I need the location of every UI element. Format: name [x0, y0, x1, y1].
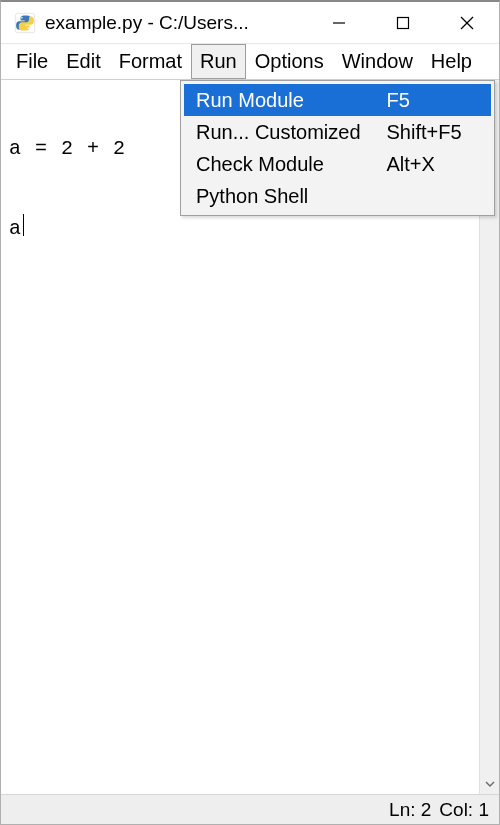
window-title: example.py - C:/Users...: [45, 12, 249, 34]
menu-label: Run: [200, 50, 237, 73]
menu-label: Format: [119, 50, 182, 73]
dropdown-label: Python Shell: [196, 185, 387, 208]
menu-bar: File Edit Format Run Options Window Help: [1, 44, 499, 80]
menu-run[interactable]: Run: [191, 44, 246, 79]
close-button[interactable]: [435, 2, 499, 43]
code-line: a: [9, 214, 471, 242]
dropdown-label: Run... Customized: [196, 121, 387, 144]
menu-item-check-module[interactable]: Check Module Alt+X: [184, 148, 491, 180]
menu-options[interactable]: Options: [246, 44, 333, 79]
status-col: Col: 1: [439, 799, 489, 821]
menu-label: Edit: [66, 50, 100, 73]
scrollbar-down-icon[interactable]: [480, 774, 499, 794]
maximize-button[interactable]: [371, 2, 435, 43]
menu-window[interactable]: Window: [333, 44, 422, 79]
text-cursor: [23, 214, 24, 236]
menu-help[interactable]: Help: [422, 44, 481, 79]
menu-format[interactable]: Format: [110, 44, 191, 79]
menu-label: Window: [342, 50, 413, 73]
menu-edit[interactable]: Edit: [57, 44, 109, 79]
status-bar: Ln: 2 Col: 1: [1, 794, 499, 824]
python-idle-icon: [11, 9, 39, 37]
window-controls: [307, 2, 499, 43]
dropdown-shortcut: Shift+F5: [387, 121, 477, 144]
title-bar: example.py - C:/Users...: [1, 2, 499, 44]
code-text: a: [9, 217, 22, 240]
status-line: Ln: 2: [389, 799, 431, 821]
svg-point-2: [27, 27, 29, 29]
dropdown-shortcut: Alt+X: [387, 153, 477, 176]
editor-area: a = 2 + 2 a Run Module F5 Run... Customi…: [1, 80, 499, 794]
svg-point-1: [21, 17, 23, 19]
dropdown-shortcut: F5: [387, 89, 477, 112]
dropdown-label: Check Module: [196, 153, 387, 176]
menu-label: File: [16, 50, 48, 73]
run-dropdown: Run Module F5 Run... Customized Shift+F5…: [180, 80, 495, 216]
menu-item-run-module[interactable]: Run Module F5: [184, 84, 491, 116]
minimize-button[interactable]: [307, 2, 371, 43]
dropdown-label: Run Module: [196, 89, 387, 112]
menu-file[interactable]: File: [7, 44, 57, 79]
menu-label: Options: [255, 50, 324, 73]
menu-label: Help: [431, 50, 472, 73]
svg-rect-4: [398, 17, 409, 28]
menu-item-run-customized[interactable]: Run... Customized Shift+F5: [184, 116, 491, 148]
menu-item-python-shell[interactable]: Python Shell: [184, 180, 491, 212]
